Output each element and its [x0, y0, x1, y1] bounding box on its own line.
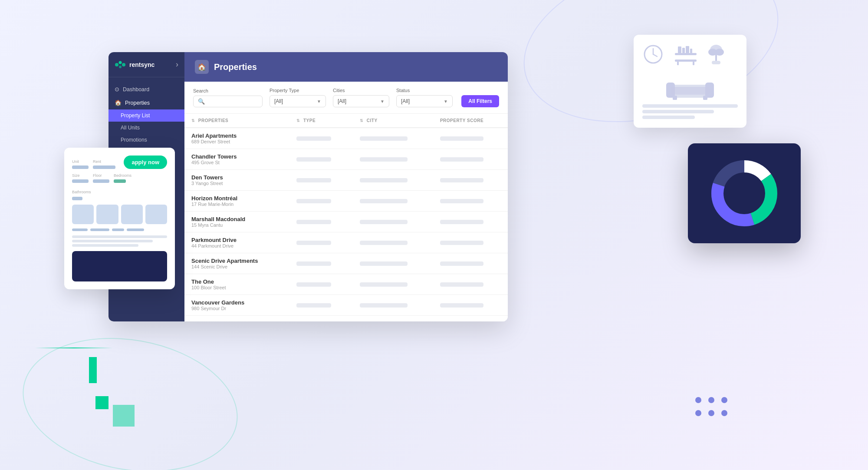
sidebar-item-property-list[interactable]: Property List	[108, 109, 184, 122]
status-select[interactable]: [All] ▼	[396, 95, 453, 107]
properties-icon: 🏠	[115, 99, 122, 106]
property-name: Parkmount Drive	[191, 237, 283, 243]
search-input-wrap[interactable]: 🔍	[193, 96, 263, 107]
svg-rect-20	[673, 96, 677, 100]
bathrooms-label: Bathrooms	[72, 190, 91, 194]
type-placeholder	[296, 199, 331, 203]
city-placeholder	[360, 136, 408, 141]
sidebar-item-properties[interactable]: 🏠 Properties	[108, 96, 184, 109]
type-placeholder	[296, 282, 331, 287]
col-type[interactable]: ⇅ TYPE	[289, 114, 353, 128]
table-cell-name: The One 100 Bloor Street	[184, 274, 289, 295]
table-row[interactable]: Den Towers 3 Yango Street	[184, 170, 508, 191]
table-row[interactable]: The One 100 Bloor Street	[184, 274, 508, 295]
rent-label: Rent	[93, 159, 115, 164]
table-cell-name: Chandler Towers 495 Grove St	[184, 149, 289, 170]
table-header: ⇅ PROPERTIES ⇅ TYPE ⇅ CITY PROPERTY SCOR…	[184, 114, 508, 128]
apply-now-button[interactable]: apply now	[124, 156, 167, 169]
clock-icon	[642, 43, 664, 67]
type-placeholder	[296, 157, 331, 162]
svg-rect-6	[682, 48, 685, 53]
property-name: Marshall Macdonald	[191, 216, 283, 222]
sidebar-back-button[interactable]: ›	[176, 60, 178, 69]
tag-2	[90, 228, 109, 231]
table-cell-score	[433, 212, 508, 232]
sort-icon-properties: ⇅	[191, 119, 195, 123]
sidebar-item-label-dashboard: Dashboard	[123, 86, 149, 93]
svg-point-26	[724, 173, 764, 213]
search-input[interactable]	[207, 99, 260, 105]
properties-header-icon: 🏠	[195, 60, 209, 74]
floor-bar	[93, 179, 109, 183]
city-placeholder	[360, 282, 408, 287]
property-address: 100 Bloor Street	[191, 285, 283, 290]
bedrooms-bar	[114, 179, 126, 183]
score-placeholder	[440, 303, 483, 308]
score-placeholder	[440, 178, 483, 182]
green-square2	[113, 405, 135, 427]
rent-field: Rent	[93, 159, 115, 169]
table-row[interactable]: Vancouver Gardens 980 Seymour Dr	[184, 295, 508, 316]
cities-select[interactable]: [All] ▼	[333, 95, 389, 107]
table-cell-city	[353, 212, 433, 232]
teal-rect	[89, 357, 97, 383]
search-filter-group: Search 🔍	[193, 88, 263, 107]
sidebar-item-dashboard[interactable]: ⊙ Dashboard	[108, 83, 184, 96]
table-cell-score	[433, 232, 508, 253]
table-row[interactable]: Willow Place Apartments 234 Willow Ave	[184, 316, 508, 322]
unit-image-1	[72, 205, 94, 224]
sidebar-subitem-label-promotions: Promotions	[121, 137, 147, 143]
chevron-down-icon: ▼	[317, 99, 321, 104]
info-card	[634, 35, 746, 128]
property-address: 980 Seymour Dr	[191, 306, 283, 311]
chevron-down-icon-3: ▼	[444, 99, 448, 104]
table-row[interactable]: Horizon Montréal 17 Rue Marie-Morin	[184, 191, 508, 212]
unit-field: Unit	[72, 159, 89, 169]
table-cell-type	[289, 149, 353, 170]
properties-table: ⇅ PROPERTIES ⇅ TYPE ⇅ CITY PROPERTY SCOR…	[184, 114, 508, 321]
type-placeholder	[296, 303, 331, 308]
sidebar-item-all-units[interactable]: All Units	[108, 122, 184, 134]
rentsync-logo-icon	[115, 61, 126, 69]
property-address: 689 Denver Street	[191, 139, 283, 144]
svg-point-29	[122, 63, 125, 66]
bathrooms-row: Bathrooms	[72, 187, 167, 200]
desc-line-2	[72, 240, 153, 242]
type-placeholder	[296, 241, 331, 245]
sidebar-item-promotions[interactable]: Promotions	[108, 134, 184, 146]
svg-rect-21	[703, 96, 707, 100]
unit-card: Unit Rent apply now Size Floor Bedrooms …	[64, 148, 175, 289]
table-cell-type	[289, 253, 353, 274]
tag-4	[127, 228, 144, 231]
table-row[interactable]: Ariel Apartments 689 Denver Street	[184, 128, 508, 149]
table-row[interactable]: Scenic Drive Apartments 144 Scenic Drive	[184, 253, 508, 274]
table-cell-score	[433, 253, 508, 274]
table-row[interactable]: Marshall Macdonald 15 Myra Cantu	[184, 212, 508, 232]
info-card-icons	[642, 43, 738, 67]
unit-images	[72, 205, 167, 224]
main-header: 🏠 Properties	[184, 52, 508, 82]
col-property-score: PROPERTY SCORE	[433, 114, 508, 128]
table-row[interactable]: Chandler Towers 495 Grove St	[184, 149, 508, 170]
property-name: Vancouver Gardens	[191, 299, 283, 306]
table-cell-type	[289, 274, 353, 295]
col-city[interactable]: ⇅ CITY	[353, 114, 433, 128]
dashboard-icon: ⊙	[115, 86, 119, 93]
rent-bar	[93, 165, 115, 169]
table-cell-type	[289, 170, 353, 191]
table-cell-name: Ariel Apartments 689 Denver Street	[184, 128, 289, 149]
property-name: Ariel Apartments	[191, 132, 283, 139]
table-row[interactable]: Parkmount Drive 44 Parkmount Drive	[184, 232, 508, 253]
col-properties[interactable]: ⇅ PROPERTIES	[184, 114, 289, 128]
search-icon: 🔍	[198, 98, 205, 105]
properties-table-wrap: ⇅ PROPERTIES ⇅ TYPE ⇅ CITY PROPERTY SCOR…	[184, 114, 508, 321]
table-cell-name: Den Towers 3 Yango Street	[184, 170, 289, 191]
desc-line-3	[72, 244, 138, 247]
property-address: 495 Grove St	[191, 160, 283, 165]
property-type-value: [All]	[274, 98, 283, 104]
floor-field: Floor	[93, 173, 109, 183]
property-type-select[interactable]: [All] ▼	[270, 95, 326, 107]
table-cell-type	[289, 128, 353, 149]
tag-3	[112, 228, 124, 231]
all-filters-button[interactable]: All Filters	[461, 95, 499, 107]
